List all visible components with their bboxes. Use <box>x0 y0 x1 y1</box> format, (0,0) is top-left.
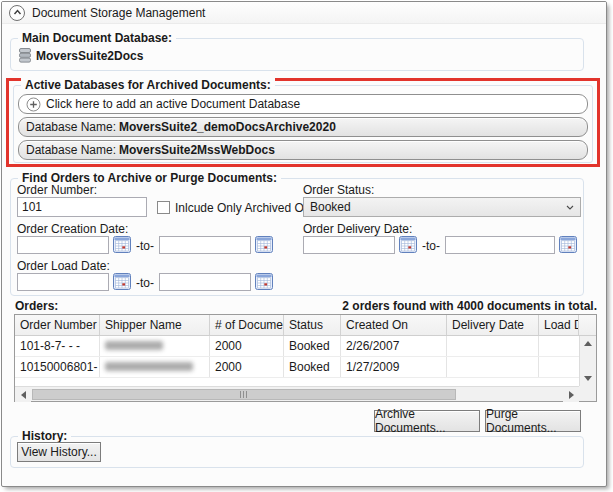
order-status-label: Order Status: <box>303 183 374 197</box>
to-separator: -to- <box>134 274 156 292</box>
column-header[interactable]: # of Documents <box>210 315 284 335</box>
plus-circle-icon <box>26 97 41 112</box>
table-header-row: Order Number Shipper Name # of Documents… <box>15 315 596 336</box>
view-history-button[interactable]: View History... <box>17 442 101 462</box>
collapse-button[interactable] <box>9 5 25 21</box>
column-header[interactable]: Load D <box>539 315 579 335</box>
cell-load-date <box>539 357 579 377</box>
vertical-scrollbar[interactable] <box>579 336 596 386</box>
load-date-to-input[interactable] <box>159 273 251 291</box>
column-header[interactable]: Delivery Date <box>447 315 539 335</box>
scroll-down-button[interactable] <box>580 371 596 386</box>
scroll-up-button[interactable] <box>580 336 596 351</box>
cell-documents: 2000 <box>210 357 284 377</box>
cell-created-on: 2/26/2007 <box>341 336 447 356</box>
cell-status: Booked <box>284 357 341 377</box>
scrollbar-corner <box>579 386 596 401</box>
shipper-name-redacted <box>105 341 163 350</box>
cell-order-number: 101-8-7- - - <box>15 336 100 356</box>
creation-date-label: Order Creation Date: <box>17 222 128 236</box>
to-separator: -to- <box>134 237 156 255</box>
order-number-label: Order Number: <box>17 183 97 197</box>
arrow-left-icon <box>21 391 26 399</box>
find-orders-group: Find Orders to Archive or Purge Document… <box>10 178 584 296</box>
scroll-right-button[interactable] <box>563 387 579 402</box>
horizontal-scrollbar[interactable] <box>15 386 579 401</box>
calendar-icon[interactable] <box>559 236 577 253</box>
main-database-group: Main Document Database: MoversSuite2Docs <box>10 38 584 71</box>
database-name: MoversSuite2MssWebDocs <box>119 143 275 157</box>
document-storage-management-window: Document Storage Management Main Documen… <box>1 1 607 487</box>
active-databases-group: Active Databases for Archived Documents:… <box>13 85 593 163</box>
load-date-from-input[interactable] <box>17 273 109 291</box>
active-databases-group-label: Active Databases for Archived Documents: <box>21 78 275 92</box>
main-database-name: MoversSuite2Docs <box>36 49 143 63</box>
database-row-prefix: Database Name: <box>26 143 116 157</box>
scroll-left-button[interactable] <box>15 387 31 402</box>
cell-shipper-name <box>100 357 210 377</box>
archive-documents-label: Archive Documents... <box>375 407 479 435</box>
add-database-label: Click here to add an active Document Dat… <box>46 97 300 111</box>
archive-documents-button[interactable]: Archive Documents... <box>374 410 480 432</box>
chevron-down-icon <box>566 205 574 210</box>
creation-date-from-input[interactable] <box>17 236 109 254</box>
shipper-name-redacted <box>105 362 193 371</box>
cell-delivery-date <box>447 336 539 356</box>
orders-label: Orders: <box>15 299 58 313</box>
cell-delivery-date <box>447 357 539 377</box>
orders-table: Order Number Shipper Name # of Documents… <box>14 314 597 402</box>
scrollbar-thumb[interactable] <box>32 389 456 400</box>
column-header[interactable]: Order Number <box>15 315 100 335</box>
cell-load-date <box>539 336 579 356</box>
include-archived-checkbox[interactable] <box>157 201 170 214</box>
main-database-group-label: Main Document Database: <box>18 31 176 45</box>
thumb-grip-icon <box>240 391 248 398</box>
delivery-date-to-input[interactable] <box>445 236 555 254</box>
chevron-up-icon <box>12 7 23 18</box>
arrow-down-icon <box>584 376 592 381</box>
delivery-date-from-input[interactable] <box>303 236 395 254</box>
column-header[interactable]: Created On <box>341 315 447 335</box>
database-name: MoversSuite2_demoDocsArchive2020 <box>119 120 336 134</box>
table-row[interactable]: 10150006801- - - 2000 Booked 1/27/2009 <box>15 357 579 378</box>
purge-documents-label: Purge Documents... <box>486 407 580 435</box>
column-header[interactable]: Status <box>284 315 341 335</box>
calendar-icon[interactable] <box>399 236 417 253</box>
cell-order-number: 10150006801- - - <box>15 357 100 377</box>
delivery-date-label: Order Delivery Date: <box>303 222 412 236</box>
calendar-icon[interactable] <box>255 236 273 253</box>
window-title: Document Storage Management <box>32 6 205 20</box>
history-group-label: History: <box>18 429 71 443</box>
calendar-icon[interactable] <box>255 273 273 290</box>
view-history-label: View History... <box>21 445 97 459</box>
purge-documents-button[interactable]: Purge Documents... <box>485 410 581 432</box>
database-icon <box>19 48 31 63</box>
arrow-up-icon <box>584 341 592 346</box>
order-status-dropdown[interactable]: Booked <box>303 197 581 217</box>
database-row[interactable]: Database Name: MoversSuite2MssWebDocs <box>18 140 588 160</box>
order-number-input[interactable] <box>17 197 147 217</box>
orders-summary: 2 orders found with 4000 documents in to… <box>297 299 597 313</box>
expander-header: Document Storage Management <box>2 2 606 24</box>
creation-date-to-input[interactable] <box>159 236 251 254</box>
calendar-icon[interactable] <box>113 273 131 290</box>
database-row[interactable]: Database Name: MoversSuite2_demoDocsArch… <box>18 117 588 137</box>
to-separator: -to- <box>420 237 442 255</box>
column-header[interactable]: Shipper Name <box>100 315 210 335</box>
load-date-label: Order Load Date: <box>17 259 110 273</box>
calendar-icon[interactable] <box>113 236 131 253</box>
arrow-right-icon <box>569 391 574 399</box>
cell-documents: 2000 <box>210 336 284 356</box>
table-row[interactable]: 101-8-7- - - 2000 Booked 2/26/2007 <box>15 336 579 357</box>
add-database-button[interactable]: Click here to add an active Document Dat… <box>18 94 588 114</box>
order-status-value: Booked <box>310 200 351 214</box>
history-group: History: View History... <box>10 436 584 468</box>
cell-shipper-name <box>100 336 210 356</box>
cell-status: Booked <box>284 336 341 356</box>
database-row-prefix: Database Name: <box>26 120 116 134</box>
cell-created-on: 1/27/2009 <box>341 357 447 377</box>
